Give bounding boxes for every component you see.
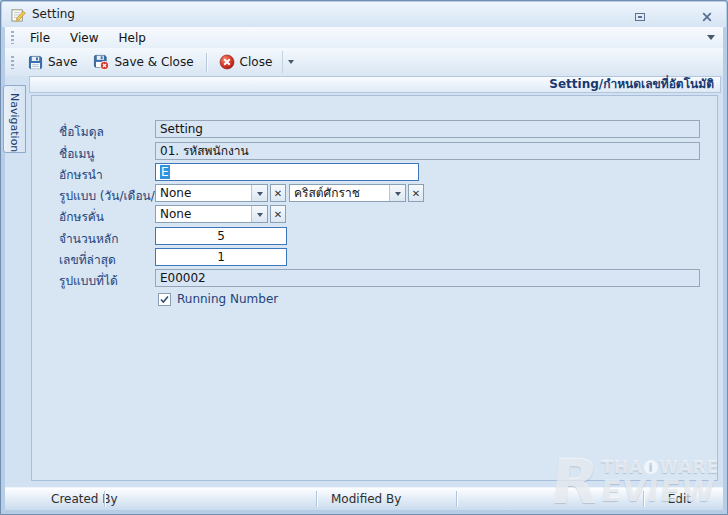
running-number-label: Running Number <box>177 292 278 306</box>
running-number-checkbox[interactable] <box>158 293 171 306</box>
statusbar-separator <box>456 491 457 507</box>
settings-form: ชื่อโมดุล Setting ชื่อเมนู 01. รหัสพนักง… <box>31 95 718 481</box>
menu-view[interactable]: View <box>60 29 108 47</box>
save-button-label: Save <box>48 55 77 69</box>
save-icon <box>28 55 43 70</box>
era-dropdown[interactable]: คริสต์ศักราช <box>289 184 406 202</box>
close-button[interactable]: Close <box>211 50 281 74</box>
workspace: Setting/กำหนดเลขที่อัตโนมัติ Navigation … <box>5 76 723 488</box>
rollup-icon <box>635 13 645 21</box>
statusbar-separator <box>104 491 105 507</box>
save-button[interactable]: Save <box>20 51 85 74</box>
setting-window: Setting File View Help <box>0 0 728 515</box>
last-number-label: เลขที่ล่าสุด <box>59 250 116 269</box>
clear-icon: ✕ <box>274 209 282 220</box>
selected-text: E <box>160 165 170 179</box>
menu-help[interactable]: Help <box>109 29 156 47</box>
navigation-tab-label: Navigation <box>8 93 21 152</box>
chevron-down-icon <box>288 60 294 67</box>
module-name-label: ชื่อโมดุล <box>59 122 104 141</box>
save-and-close-button-label: Save & Close <box>114 55 193 69</box>
menubar-overflow-icon[interactable] <box>707 35 715 44</box>
toolbar-separator <box>206 53 207 72</box>
close-x-icon <box>702 12 712 22</box>
status-bar: Created By Modified By Edit <box>5 487 723 510</box>
dropdown-arrow-icon[interactable] <box>389 185 405 201</box>
separator-value: None <box>156 206 251 222</box>
menu-file[interactable]: File <box>20 29 60 47</box>
toolbar-grip[interactable] <box>11 56 14 69</box>
check-icon <box>160 295 169 304</box>
result-format-field: E00002 <box>155 269 700 287</box>
prefix-label: อักษรนำ <box>59 165 103 184</box>
separator-clear-button[interactable]: ✕ <box>270 205 286 223</box>
toolbar: Save Save & Close <box>5 48 723 77</box>
date-format-value: None <box>156 185 251 201</box>
dropdown-arrow-icon[interactable] <box>251 185 267 201</box>
window-close-button[interactable] <box>698 9 716 24</box>
date-format-dropdown[interactable]: None <box>155 184 268 202</box>
date-format-label: รูปแบบ (วัน/เดือน/ปี) <box>59 186 167 205</box>
menubar-grip[interactable] <box>11 31 14 44</box>
window-title: Setting <box>32 7 75 21</box>
edit-mode-label: Edit <box>668 492 691 506</box>
result-format-label: รูปแบบที่ได้ <box>59 271 118 290</box>
client-area: File View Help Save <box>5 27 723 510</box>
module-name-field: Setting <box>155 120 700 138</box>
close-red-icon <box>219 54 235 70</box>
compass-icon <box>8 89 22 91</box>
navigation-tab[interactable]: Navigation <box>3 85 26 153</box>
rollup-button[interactable] <box>631 9 649 24</box>
era-value: คริสต์ศักราช <box>290 185 389 201</box>
separator-dropdown[interactable]: None <box>155 205 268 223</box>
note-edit-icon <box>11 7 26 22</box>
save-close-icon <box>93 54 109 70</box>
separator-label: อักษรคั่น <box>59 207 104 226</box>
save-and-close-button[interactable]: Save & Close <box>85 50 201 74</box>
title-bar: Setting <box>2 2 726 28</box>
menu-name-field: 01. รหัสพนักงาน <box>155 142 700 160</box>
dropdown-arrow-icon[interactable] <box>251 206 267 222</box>
modified-by-label: Modified By <box>331 492 401 506</box>
close-dropdown-button[interactable] <box>282 51 298 73</box>
record-header: Setting/กำหนดเลขที่อัตโนมัติ <box>29 76 721 93</box>
menu-name-label: ชื่อเมนู <box>59 144 95 163</box>
clear-icon: ✕ <box>412 188 420 199</box>
clear-icon: ✕ <box>274 188 282 199</box>
close-button-label: Close <box>240 55 273 69</box>
digit-count-label: จำนวนหลัก <box>59 229 118 248</box>
date-format-clear-button[interactable]: ✕ <box>270 184 286 202</box>
created-by-label: Created By <box>51 492 118 506</box>
prefix-input[interactable]: E <box>155 163 419 181</box>
menu-bar: File View Help <box>5 27 723 49</box>
statusbar-separator <box>643 491 644 507</box>
last-number-input[interactable]: 1 <box>155 248 287 266</box>
era-clear-button[interactable]: ✕ <box>408 184 424 202</box>
digit-count-input[interactable]: 5 <box>155 227 287 245</box>
statusbar-separator <box>316 491 317 507</box>
